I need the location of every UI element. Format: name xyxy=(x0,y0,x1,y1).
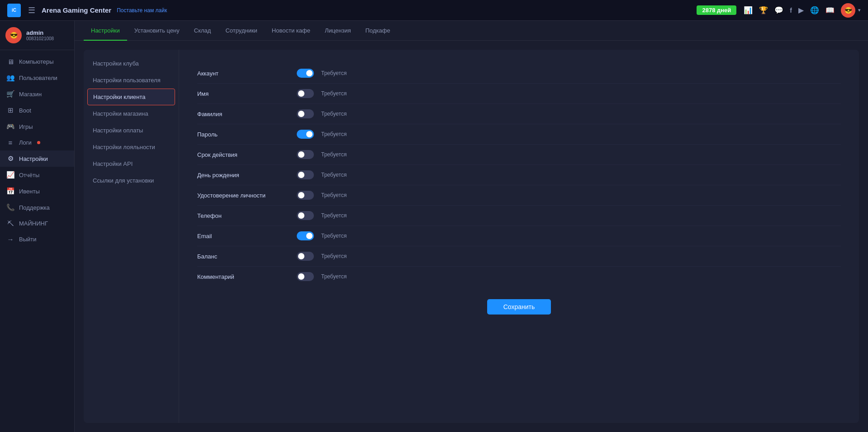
book-icon[interactable]: 📖 xyxy=(825,6,835,14)
navbar-icons: 📊 🏆 💬 f ▶ 🌐 📖 xyxy=(744,6,835,14)
settings-menu-install[interactable]: Ссылки для установки xyxy=(84,172,179,189)
main-content: Настройки Установить цену Склад Сотрудни… xyxy=(75,21,868,432)
toggle-password[interactable] xyxy=(297,130,314,139)
form-row-idcard: Удостоверение личностиТребуется xyxy=(197,185,841,206)
settings-menu-loyalty[interactable]: Настройки лояльности xyxy=(84,139,179,155)
sidebar-avatar: 😎 xyxy=(5,27,22,43)
toggle-phone[interactable] xyxy=(297,211,314,220)
sidebar-label-users: Пользователи xyxy=(19,75,57,81)
settings-layout: Настройки клуба Настройки пользователя Н… xyxy=(75,41,868,432)
youtube-icon[interactable]: ▶ xyxy=(798,6,804,14)
tab-warehouse[interactable]: Склад xyxy=(187,21,218,41)
sidebar-item-games[interactable]: 🎮 Игры xyxy=(0,118,74,135)
sidebar-item-mining[interactable]: ⛏ МАЙНИНГ xyxy=(0,216,74,231)
toggle-name[interactable] xyxy=(297,89,314,98)
field-controls-expiry: Требуется xyxy=(297,150,346,159)
sidebar-item-boot[interactable]: ⊞ Boot xyxy=(0,102,74,118)
required-label-account: Требуется xyxy=(321,70,346,76)
settings-menu-user[interactable]: Настройки пользователя xyxy=(84,72,179,89)
toggle-account[interactable] xyxy=(297,69,314,78)
stats-icon[interactable]: 📊 xyxy=(744,6,753,14)
toggle-birthday[interactable] xyxy=(297,170,314,179)
tab-subcafe[interactable]: Подкафе xyxy=(358,21,398,41)
chat-icon[interactable]: 💬 xyxy=(774,6,783,14)
sidebar-item-events[interactable]: 📅 Ивенты xyxy=(0,183,74,199)
sidebar-label-games: Игры xyxy=(19,123,33,130)
days-badge: 2878 дней xyxy=(697,5,736,15)
settings-sidebar: Настройки клуба Настройки пользователя Н… xyxy=(84,50,179,423)
sidebar-userid: 00831021008 xyxy=(26,36,54,41)
toggle-slider-comment xyxy=(297,272,314,281)
app-subtitle[interactable]: Поставьте нам лайк xyxy=(117,7,167,14)
field-label-expiry: Срок действия xyxy=(197,151,297,158)
settings-menu-client[interactable]: Настройки клиента xyxy=(87,89,175,105)
toggle-email[interactable] xyxy=(297,231,314,240)
field-controls-name: Требуется xyxy=(297,89,346,98)
toggle-balance[interactable] xyxy=(297,252,314,261)
facebook-icon[interactable]: f xyxy=(790,7,792,14)
toggle-comment[interactable] xyxy=(297,272,314,281)
globe-icon[interactable]: 🌐 xyxy=(810,6,819,14)
form-row-balance: БалансТребуется xyxy=(197,246,841,267)
avatar[interactable]: 😎 xyxy=(841,3,855,18)
sidebar-label-shop: Магазин xyxy=(19,91,42,98)
field-label-name: Имя xyxy=(197,90,297,97)
form-row-account: АккаунтТребуется xyxy=(197,63,841,84)
sidebar-item-users[interactable]: 👥 Пользователи xyxy=(0,70,74,86)
form-row-birthday: День рожденияТребуется xyxy=(197,165,841,185)
required-label-surname: Требуется xyxy=(321,111,346,117)
sidebar-item-settings[interactable]: ⚙ Настройки xyxy=(0,150,74,167)
sidebar: 😎 admin 00831021008 🖥 Компьютеры 👥 Польз… xyxy=(0,21,75,432)
client-fields: АккаунтТребуетсяИмяТребуетсяФамилияТребу… xyxy=(197,63,841,286)
form-row-password: ПарольТребуется xyxy=(197,124,841,145)
app-title: Arena Gaming Center xyxy=(42,6,111,14)
sidebar-user: 😎 admin 00831021008 xyxy=(0,21,74,50)
sidebar-item-support[interactable]: 📞 Поддержка xyxy=(0,199,74,216)
logs-badge xyxy=(37,141,40,144)
mining-icon: ⛏ xyxy=(6,220,14,227)
toggle-idcard[interactable] xyxy=(297,191,314,200)
settings-menu-club[interactable]: Настройки клуба xyxy=(84,55,179,72)
games-icon: 🎮 xyxy=(6,122,14,131)
avatar-dropdown-icon[interactable]: ▾ xyxy=(858,7,861,13)
boot-icon: ⊞ xyxy=(6,106,14,114)
sidebar-item-shop[interactable]: 🛒 Магазин xyxy=(0,86,74,102)
toggle-surname[interactable] xyxy=(297,109,314,118)
form-row-name: ИмяТребуется xyxy=(197,84,841,104)
field-controls-comment: Требуется xyxy=(297,272,346,281)
settings-menu-api[interactable]: Настройки API xyxy=(84,155,179,172)
toggle-expiry[interactable] xyxy=(297,150,314,159)
tab-license[interactable]: Лицензия xyxy=(318,21,358,41)
tab-settings[interactable]: Настройки xyxy=(84,21,127,41)
toggle-slider-idcard xyxy=(297,191,314,200)
logo[interactable]: iC xyxy=(7,4,21,17)
sidebar-nav: 🖥 Компьютеры 👥 Пользователи 🛒 Магазин ⊞ … xyxy=(0,50,74,432)
toggle-slider-password xyxy=(297,130,314,139)
trophy-icon[interactable]: 🏆 xyxy=(759,6,768,14)
field-label-password: Пароль xyxy=(197,131,297,138)
field-label-account: Аккаунт xyxy=(197,70,297,77)
tab-setprice[interactable]: Установить цену xyxy=(127,21,187,41)
sidebar-label-mining: МАЙНИНГ xyxy=(19,220,48,227)
sidebar-item-reports[interactable]: 📈 Отчёты xyxy=(0,167,74,183)
sidebar-item-logout[interactable]: → Выйти xyxy=(0,231,74,247)
hamburger-icon[interactable]: ☰ xyxy=(28,5,35,15)
tab-cafenews[interactable]: Новости кафе xyxy=(265,21,318,41)
tab-employees[interactable]: Сотрудники xyxy=(218,21,264,41)
required-label-email: Требуется xyxy=(321,233,346,239)
settings-menu-payment[interactable]: Настройки оплаты xyxy=(84,122,179,139)
field-label-idcard: Удостоверение личности xyxy=(197,192,297,199)
save-button[interactable]: Сохранить xyxy=(487,299,551,315)
logs-icon: ≡ xyxy=(6,139,14,146)
reports-icon: 📈 xyxy=(6,171,14,179)
sidebar-item-computers[interactable]: 🖥 Компьютеры xyxy=(0,54,74,70)
settings-menu-shop[interactable]: Настройки магазина xyxy=(84,105,179,122)
navbar: iC ☰ Arena Gaming Center Поставьте нам л… xyxy=(0,0,868,21)
toggle-slider-account xyxy=(297,69,314,78)
toggle-slider-name xyxy=(297,89,314,98)
toggle-slider-birthday xyxy=(297,170,314,179)
save-button-wrap: Сохранить xyxy=(197,299,841,315)
tab-bar: Настройки Установить цену Склад Сотрудни… xyxy=(75,21,868,41)
sidebar-label-logout: Выйти xyxy=(19,236,37,243)
sidebar-item-logs[interactable]: ≡ Логи xyxy=(0,135,74,150)
